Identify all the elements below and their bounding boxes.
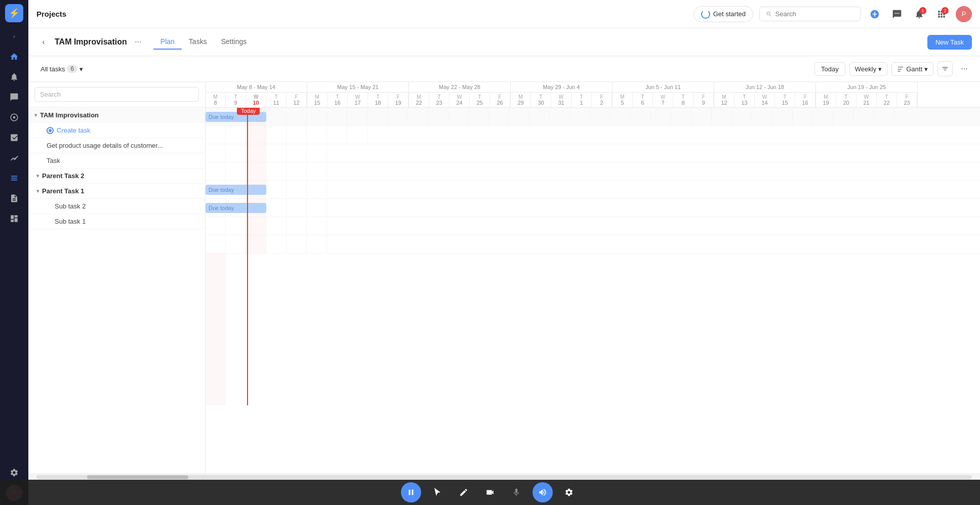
tab-settings[interactable]: Settings [214,34,254,50]
mic-tool-button[interactable] [506,482,526,502]
sidebar-item-notifications[interactable] [5,68,23,86]
back-button[interactable]: ‹ [36,35,51,49]
project-header: ‹ TAM Improvisation ··· Plan Tasks Setti… [28,28,980,56]
search-input[interactable] [775,10,854,18]
sidebar-item-projects[interactable] [5,169,23,187]
chevron-down-icon: ▾ [79,65,83,73]
sidebar-collapse-button[interactable]: › [8,30,20,43]
search-bar[interactable] [759,7,861,21]
main-content: ‹ TAM Improvisation ··· Plan Tasks Setti… [28,28,980,505]
settings-icon [564,488,574,497]
chevron-down-icon: ▾ [924,65,928,73]
gantt-day: T9 [226,93,246,107]
chat-button[interactable] [889,6,905,22]
add-button[interactable] [867,6,883,22]
gantt-day: T22 [877,93,897,107]
sidebar-item-goals[interactable] [5,108,23,127]
week-group-1: May 8 - May 14 M8 T9 W10 T11 F12 [206,82,307,107]
tab-plan[interactable]: Plan [153,34,182,50]
today-label: Today [237,107,260,115]
horizontal-scrollbar[interactable] [28,474,980,480]
today-button[interactable]: Today [814,62,845,76]
gantt-row-group-header: Due today [206,108,980,126]
gantt-day: M22 [409,93,429,107]
gantt-row-create [206,126,980,144]
sidebar-item-settings[interactable] [5,464,23,482]
pause-button[interactable] [401,482,421,502]
task-list: ▾ TAM Improvisation Create task Get prod… [28,82,206,505]
list-item[interactable]: Sub task 2 [28,199,205,214]
gantt-day: W7 [653,93,673,107]
gantt-row-parent1: Due today [206,199,980,217]
gantt-row-empty [206,254,980,405]
filter-button[interactable] [937,61,953,76]
speaker-tool-button[interactable] [533,482,553,502]
notifications-button[interactable]: 1 [911,6,927,22]
gantt-day: W24 [450,93,470,107]
gantt-button[interactable]: Gantt ▾ [891,62,933,76]
collapse-icon: ▾ [36,173,39,179]
cursor-tool-button[interactable] [427,482,447,502]
toolbar: All tasks 6 ▾ Today Weekly ▾ Gantt ▾ ··· [28,56,980,82]
sidebar-item-pulse[interactable] [5,149,23,167]
gantt-day: W31 [551,93,571,107]
new-task-button[interactable]: New Task [927,35,972,50]
gantt-day: M5 [612,93,633,107]
week-group-4: May 29 - Jun 4 M29 T30 W31 T1 F2 [511,82,612,107]
create-task-button[interactable]: Create task [28,123,205,138]
apps-button[interactable]: 2 [933,6,950,22]
tab-tasks[interactable]: Tasks [182,34,214,50]
gantt-day: F16 [795,93,815,107]
list-item[interactable]: Get product usage details of customer... [28,138,205,153]
sidebar-item-messages[interactable] [5,88,23,106]
pause-icon [406,488,416,497]
project-more-button[interactable]: ··· [131,35,145,49]
sidebar-item-dashboards[interactable] [5,209,23,228]
pen-tool-button[interactable] [454,482,474,502]
settings-tool-button[interactable] [559,482,579,502]
scrollbar-thumb[interactable] [87,475,188,479]
weekly-button[interactable]: Weekly ▾ [849,62,887,76]
all-tasks-filter[interactable]: All tasks 6 ▾ [36,63,87,75]
bottom-toolbar [0,480,980,505]
gantt-body: Today [206,108,980,405]
gantt-bar[interactable]: Due today [206,203,266,213]
camera-tool-button[interactable] [480,482,500,502]
more-options-button[interactable]: ··· [957,61,972,76]
speaker-icon [538,488,547,497]
week-group-3: May 22 - May 28 M22 T23 W24 T25 F26 [409,82,511,107]
parent-task-2-header[interactable]: ▾ Parent Task 2 [28,169,205,184]
week-group-2: May 15 - May 21 M15 T16 W17 T18 F19 [307,82,409,107]
mic-icon [512,488,521,497]
gantt-row-task [206,162,980,181]
task-group-header[interactable]: ▾ TAM Improvisation [28,107,205,123]
gantt-bar[interactable]: Due today [206,185,266,195]
project-tabs: Plan Tasks Settings [153,34,254,50]
parent-task-1-header[interactable]: ▾ Parent Task 1 [28,184,205,199]
topbar: Projects Get started 1 2 P [28,0,980,28]
gantt-row-sub2 [206,217,980,235]
gantt-day: T23 [429,93,450,107]
sidebar-item-tasks[interactable] [5,129,23,147]
gantt-day: T30 [531,93,551,107]
user-avatar[interactable]: P [956,6,972,22]
week-group-6: Jun 12 - Jun 18 M12 T13 W14 T15 F16 [714,82,816,107]
gantt-day: F26 [490,93,510,107]
list-item[interactable]: Sub task 1 [28,214,205,229]
gantt-day: F2 [592,93,612,107]
gantt-day: T25 [470,93,490,107]
gantt-day: T8 [673,93,693,107]
gantt-chart: May 8 - May 14 M8 T9 W10 T11 F12 May 15 … [206,82,980,505]
gantt-day: F19 [388,93,409,107]
app-logo[interactable]: ⚡ [5,4,23,22]
gantt-row-product [206,144,980,162]
collapse-icon: ▾ [36,188,39,194]
sidebar-item-home[interactable] [5,48,23,66]
task-search-input[interactable] [34,87,199,102]
camera-icon [485,488,495,497]
gantt-day: T11 [266,93,287,107]
list-item[interactable]: Task [28,153,205,169]
notifications-badge: 1 [919,7,926,14]
sidebar-item-docs[interactable] [5,189,23,207]
get-started-button[interactable]: Get started [693,6,753,22]
